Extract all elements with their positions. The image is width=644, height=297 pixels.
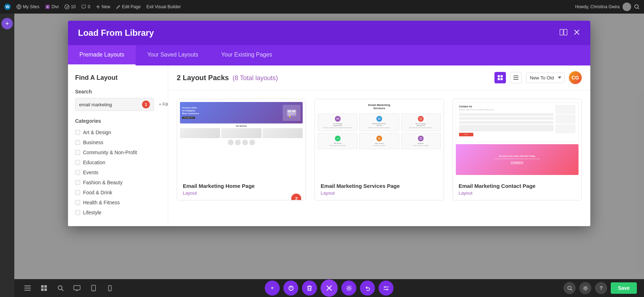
category-checkbox-art[interactable] (75, 130, 80, 135)
close-icon[interactable] (573, 29, 580, 38)
mobile-icon-btn[interactable] (104, 282, 116, 294)
add-section-button[interactable]: + (1, 18, 13, 29)
svg-rect-30 (41, 285, 44, 288)
search-input-wrapper[interactable]: 1 (75, 98, 154, 111)
tab-premade-layouts[interactable]: Premade Layouts (68, 45, 136, 65)
desktop-icon-btn[interactable] (71, 282, 83, 294)
category-item-business[interactable]: Business (75, 137, 161, 147)
save-button[interactable]: Save (611, 282, 637, 294)
category-item-education[interactable]: Education (75, 157, 161, 167)
search-badge: 1 (142, 101, 150, 108)
filter-button[interactable]: + Filter (157, 101, 168, 108)
category-checkbox-lifestyle[interactable] (75, 210, 80, 215)
search-icon-top[interactable] (634, 4, 640, 10)
category-checkbox-fashion[interactable] (75, 180, 80, 185)
power-btn[interactable] (283, 281, 298, 296)
svg-point-6 (635, 5, 638, 8)
split-view-icon[interactable] (560, 28, 567, 38)
category-checkbox-business[interactable] (75, 140, 80, 145)
undo-btn[interactable] (360, 281, 375, 296)
svg-rect-12 (501, 78, 503, 80)
help-bottom-btn[interactable]: ? (595, 282, 607, 294)
find-layout-title: Find A Layout (75, 74, 161, 82)
card-home[interactable]: Increase Salesby EngagingMore Customers … (177, 99, 306, 200)
category-checkbox-events[interactable] (75, 170, 80, 175)
layout-packs-heading: 2 Layout Packs (8 Total layouts) (177, 74, 278, 82)
card-services[interactable]: Email MarketingServices List CampaignSeg… (314, 99, 444, 200)
card-badge-home: 2 (291, 194, 301, 200)
svg-text:W: W (6, 5, 10, 9)
bottom-right-tools: ? Save (564, 282, 637, 294)
tab-saved-layouts[interactable]: Your Saved Layouts (136, 45, 210, 65)
category-item-community[interactable]: Community & Non-Profit (75, 147, 161, 157)
category-item-fashion[interactable]: Fashion & Beauty (75, 177, 161, 188)
tab-existing-pages[interactable]: Your Existing Pages (210, 45, 284, 65)
svg-rect-14 (513, 77, 518, 78)
card-contact[interactable]: Contact Us We are your partner. Send us … (453, 99, 582, 200)
card-info-services: Email Marketing Services Page Layout (315, 178, 443, 200)
settings-bottom-btn[interactable] (579, 282, 591, 294)
svg-rect-28 (24, 288, 31, 288)
divi-menu[interactable]: D Divi (45, 4, 59, 9)
svg-rect-26 (420, 138, 422, 140)
wp-icon[interactable]: W (4, 4, 11, 10)
grid-view-button[interactable] (494, 72, 506, 83)
category-item-lifestyle[interactable]: Lifestyle (75, 208, 161, 218)
svg-rect-13 (513, 76, 518, 76)
my-sites-menu[interactable]: My Sites (16, 4, 39, 9)
category-label-lifestyle: Lifestyle (83, 210, 101, 215)
search-row: 1 + Filter (75, 98, 161, 111)
cards-grid: Increase Salesby EngagingMore Customers … (168, 90, 590, 226)
exit-builder-btn[interactable]: Exit Visual Builder (146, 4, 181, 9)
left-toolbar: + (0, 14, 14, 297)
search-bottom-btn[interactable] (564, 282, 576, 294)
card-preview-contact: Contact Us We are your partner. Send us … (453, 99, 581, 178)
category-item-art[interactable]: Art & Design (75, 127, 161, 137)
new-menu[interactable]: New (96, 4, 110, 9)
svg-rect-8 (564, 29, 567, 35)
main-content: 2 Layout Packs (8 Total layouts) New To … (168, 65, 590, 226)
add-content-btn[interactable]: + (265, 281, 280, 296)
modal-body: Find A Layout Search 1 + Filter Categori… (68, 65, 590, 226)
search-input[interactable] (79, 102, 139, 107)
category-item-food[interactable]: Food & Drink (75, 188, 161, 198)
comments-menu[interactable]: 0 (81, 4, 90, 9)
admin-avatar[interactable] (623, 3, 631, 11)
category-item-health[interactable]: Health & Fitness (75, 198, 161, 208)
menu-icon-btn[interactable] (21, 282, 34, 294)
svg-rect-19 (288, 113, 296, 114)
trash-btn[interactable] (302, 281, 317, 296)
close-btn[interactable] (321, 279, 338, 297)
svg-point-5 (65, 5, 69, 9)
category-item-events[interactable]: Events (75, 167, 161, 177)
sort-select[interactable]: New To Old Old To New A-Z Z-A (526, 73, 565, 83)
category-checkbox-food[interactable] (75, 190, 80, 195)
svg-rect-18 (292, 110, 296, 112)
svg-rect-29 (24, 290, 31, 291)
load-from-library-modal: Load From Library Premade Layouts Your S… (68, 21, 590, 226)
svg-rect-31 (44, 285, 47, 288)
list-view-button[interactable] (510, 72, 522, 83)
grid-icon-btn[interactable] (38, 282, 50, 294)
adjust-btn[interactable] (379, 281, 394, 296)
updates-menu[interactable]: 10 (64, 4, 75, 9)
category-checkbox-education[interactable] (75, 160, 80, 165)
category-checkbox-community[interactable] (75, 150, 80, 155)
tablet-icon-btn[interactable] (87, 282, 99, 294)
user-avatar[interactable]: CG (569, 71, 582, 84)
category-checkbox-health[interactable] (75, 200, 80, 205)
modal-title: Load From Library (78, 28, 154, 38)
svg-point-21 (289, 116, 291, 117)
svg-rect-17 (288, 110, 291, 112)
search-icon-btn[interactable] (54, 282, 67, 294)
edit-page-btn[interactable]: Edit Page (116, 4, 141, 9)
svg-point-39 (109, 289, 110, 290)
svg-rect-22 (289, 115, 290, 116)
sidebar: Find A Layout Search 1 + Filter Categori… (68, 65, 168, 226)
svg-rect-32 (41, 288, 44, 291)
settings-btn[interactable] (341, 281, 356, 296)
admin-bar: W My Sites D Divi 10 0 New Edit Page Exi… (0, 0, 644, 14)
card-type-home: Layout (183, 190, 300, 196)
category-label-events: Events (83, 170, 98, 175)
svg-rect-11 (498, 78, 500, 80)
